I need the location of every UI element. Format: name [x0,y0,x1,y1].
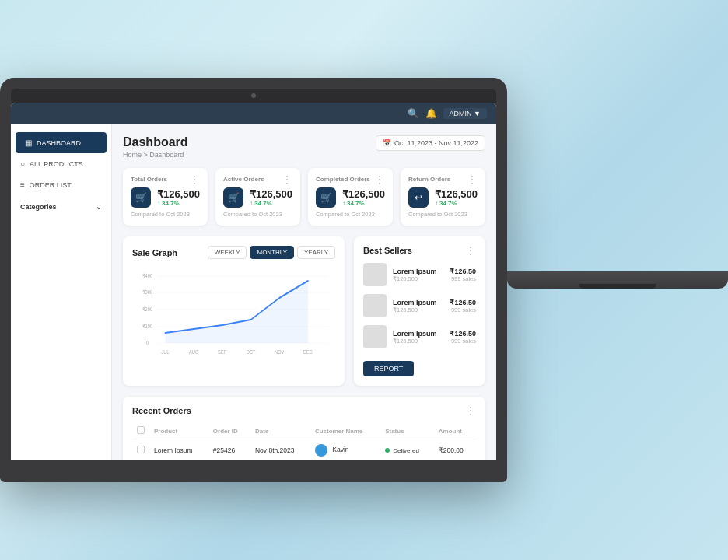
col-amount: Amount [434,423,476,439]
sidebar-item-dashboard[interactable]: ▦ DASHBOARD [16,132,107,153]
report-button[interactable]: REPORT [363,361,414,376]
stat-values-1: ₹126,500 ↑ 34.7% [250,188,292,207]
laptop-bezel [11,89,496,103]
list-item: Lorem Ipsum ₹126.500 ₹126.50 999 sales [363,325,476,348]
products-icon: ○ [20,159,25,168]
bs-info-2: Lorem Ipsum ₹126.500 [393,330,437,345]
bs-right-2: ₹126.50 999 sales [450,330,476,345]
product-image-0 [363,263,387,286]
orders-title: Recent Orders [132,406,191,415]
best-sellers-menu[interactable]: ⋮ [466,247,476,254]
sale-graph-card: Sale Graph WEEKLY MONTHLY YEARLY ₹400 ₹3 [123,236,345,386]
notification-icon[interactable]: 🔔 [425,108,437,119]
row-status-0: Delivered [380,439,434,461]
stat-body-1: 🛒 ₹126,500 ↑ 34.7% [223,187,292,208]
bs-info-0: Lorem Ipsum ₹126.500 [393,268,437,282]
svg-text:₹400: ₹400 [142,272,152,278]
row-orderid-0: #25426 [208,439,250,461]
svg-text:OCT: OCT [247,348,256,355]
sale-chart: ₹400 ₹300 ₹200 ₹100 0 JUL [132,267,335,360]
product-image-2 [363,325,387,348]
stat-change-0: ↑ 34.7% [157,200,200,207]
table-row: Lorem Ipsum #25426 Nov 8th,2023 Kavin [132,439,476,461]
recent-orders-card: Recent Orders ⋮ Product Order ID Date Cu… [123,397,485,460]
stat-header-2: Completed Orders ⋮ [316,176,385,183]
arrow-up-icon-2: ↑ [342,200,345,207]
page-title: Dashboard [123,135,188,149]
stat-icon-1: 🛒 [223,187,243,208]
calendar-icon: 📅 [383,139,391,147]
sidebar-item-all-products[interactable]: ○ ALL PRODUCTS [11,153,111,174]
tab-weekly[interactable]: WEEKLY [208,246,247,259]
stat-body-0: 🛒 ₹126,500 ↑ 34.7% [131,187,200,208]
stat-body-3: ↩ ₹126,500 ↑ 34.7% [408,187,478,208]
stat-header-1: Active Orders ⋮ [223,176,292,183]
laptop-screen: 🔍 🔔 ADMIN ▼ ▦ DASHBOARD ○ ALL PRODUCTS ≡… [11,103,496,460]
laptop-frame: 🔍 🔔 ADMIN ▼ ▦ DASHBOARD ○ ALL PRODUCTS ≡… [0,78,507,482]
admin-dropdown[interactable]: ADMIN ▼ [443,108,487,119]
svg-text:JUL: JUL [161,348,170,355]
stat-values-0: ₹126,500 ↑ 34.7% [157,188,200,207]
stat-card-total-orders: Total Orders ⋮ 🛒 ₹126,500 ↑ 34.7% [123,168,208,226]
col-customer: Customer Name [310,423,380,439]
list-item: Lorem Ipsum ₹126.500 ₹126.50 999 sales [363,294,476,317]
stat-body-2: 🛒 ₹126,500 ↑ 34.7% [316,187,385,208]
stat-header-3: Return Orders ⋮ [408,176,478,183]
svg-text:₹200: ₹200 [142,306,152,312]
list-item: Lorem Ipsum ₹126.500 ₹126.50 999 sales [363,263,476,286]
row-product-0: Lorem Ipsum [149,439,208,461]
best-sellers-header: Best Sellers ⋮ [363,246,476,255]
svg-text:DEC: DEC [303,348,313,355]
orders-table: Product Order ID Date Customer Name Stat… [132,423,476,460]
bs-info-1: Lorem Ipsum ₹126.500 [393,299,437,313]
stats-row: Total Orders ⋮ 🛒 ₹126,500 ↑ 34.7% [123,168,485,226]
stat-values-2: ₹126,500 ↑ 34.7% [342,188,385,207]
stat-change-1: ↑ 34.7% [250,200,292,207]
row-date-0: Nov 8th,2023 [250,439,310,461]
stat-header: Total Orders ⋮ [131,176,200,183]
stat-card-return-orders: Return Orders ⋮ ↩ ₹126,500 ↑ 34.7% [401,168,485,226]
stat-menu-1[interactable]: ⋮ [282,177,292,183]
orders-menu[interactable]: ⋮ [466,408,476,414]
col-product: Product [149,423,208,439]
graph-tabs: WEEKLY MONTHLY YEARLY [208,246,335,259]
svg-text:₹300: ₹300 [142,289,152,295]
arrow-up-icon-1: ↑ [250,200,253,207]
product-image-1 [363,294,387,317]
categories-section: Categories ⌄ [11,195,111,215]
stat-menu-2[interactable]: ⋮ [375,177,385,183]
col-orderid: Order ID [208,423,250,439]
sidebar-item-order-list[interactable]: ≡ ORDER LIST [11,174,111,195]
orders-header: Recent Orders ⋮ [132,406,476,415]
orders-icon: ≡ [20,180,25,189]
date-range-picker[interactable]: 📅 Oct 11,2023 - Nov 11,2022 [376,135,485,151]
stat-card-active-orders: Active Orders ⋮ 🛒 ₹126,500 ↑ 34.7% [215,168,300,226]
avatar [315,444,327,457]
row-checkbox-0[interactable] [137,446,145,453]
svg-text:0: 0 [146,339,149,345]
svg-text:SEP: SEP [218,348,226,355]
stat-icon-0: 🛒 [131,187,151,208]
search-icon[interactable]: 🔍 [408,108,419,119]
stat-menu-3[interactable]: ⋮ [467,177,478,183]
laptop-base [507,271,728,289]
select-all-checkbox[interactable] [137,426,145,434]
stat-change-2: ↑ 34.7% [342,200,385,207]
best-sellers-title: Best Sellers [363,246,412,255]
breadcrumb: Home > Dashboard [123,151,188,159]
middle-row: Sale Graph WEEKLY MONTHLY YEARLY ₹400 ₹3 [123,236,485,386]
arrow-up-icon: ↑ [157,200,160,207]
tab-yearly[interactable]: YEARLY [297,246,335,259]
stat-icon-2: 🛒 [316,187,336,208]
status-dot-delivered [385,448,390,453]
tab-monthly[interactable]: MONTHLY [250,246,294,259]
stat-card-completed-orders: Completed Orders ⋮ 🛒 ₹126,500 ↑ 34.7% [308,168,393,226]
stat-menu-0[interactable]: ⋮ [190,177,200,183]
chevron-down-icon[interactable]: ⌄ [96,203,102,211]
col-date: Date [250,423,310,439]
main-content: Dashboard Home > Dashboard 📅 Oct 11,2023… [112,124,496,460]
best-sellers-card: Best Sellers ⋮ Lorem Ipsum ₹126.500 ₹126… [354,236,485,386]
arrow-up-icon-3: ↑ [435,200,438,207]
graph-header: Sale Graph WEEKLY MONTHLY YEARLY [132,246,335,259]
dashboard-icon: ▦ [25,138,32,147]
